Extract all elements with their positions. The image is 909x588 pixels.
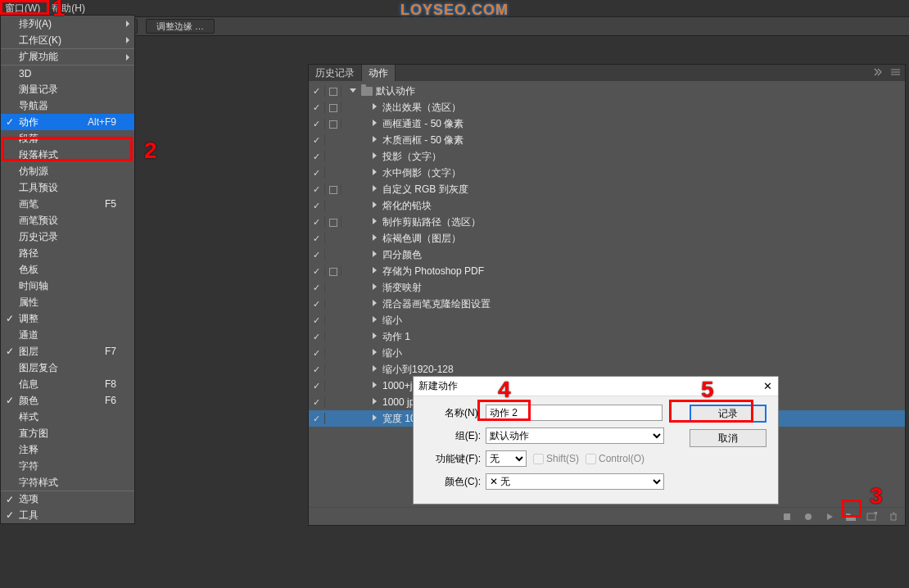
- disclosure-icon[interactable]: [371, 316, 379, 324]
- disclosure-icon[interactable]: [371, 136, 379, 144]
- disclosure-icon[interactable]: [350, 87, 358, 95]
- menu-item[interactable]: 注释: [1, 441, 134, 458]
- stop-icon[interactable]: [780, 510, 794, 523]
- menu-item[interactable]: ✓动作Alt+F9: [1, 114, 134, 130]
- action-row[interactable]: ✓水中倒影（文字）: [309, 165, 905, 181]
- menu-item-label: 3D: [19, 68, 31, 79]
- color-select[interactable]: ✕ 无: [486, 473, 664, 490]
- menu-item[interactable]: 字符样式: [1, 474, 134, 491]
- menu-item[interactable]: 通道: [1, 327, 134, 343]
- action-set-select[interactable]: 默认动作: [486, 427, 664, 444]
- action-row[interactable]: ✓画框通道 - 50 像素: [309, 115, 905, 132]
- disclosure-icon[interactable]: [371, 234, 379, 242]
- menu-item[interactable]: ✓调整: [1, 310, 134, 327]
- action-row[interactable]: ✓棕褐色调（图层）: [309, 230, 905, 247]
- menu-item-label: 仿制源: [19, 165, 48, 179]
- action-row[interactable]: ✓缩小: [309, 345, 905, 361]
- action-row[interactable]: ✓熔化的铅块: [309, 197, 905, 214]
- menu-item-label: 工作区(K): [19, 34, 61, 47]
- tab-actions[interactable]: 动作: [362, 65, 396, 81]
- menu-item-label: 色板: [19, 263, 38, 277]
- menu-item[interactable]: 样式: [1, 409, 134, 425]
- menu-item[interactable]: ✓颜色F6: [1, 392, 134, 409]
- disclosure-icon[interactable]: [371, 382, 379, 390]
- menu-item[interactable]: 属性: [1, 294, 134, 310]
- action-row[interactable]: ✓存储为 Photoshop PDF: [309, 263, 905, 279]
- disclosure-icon[interactable]: [371, 103, 379, 111]
- disclosure-icon[interactable]: [371, 414, 379, 423]
- action-label: 制作剪贴路径（选区）: [382, 215, 481, 229]
- menu-item[interactable]: 测量记录: [1, 81, 134, 97]
- new-action-icon[interactable]: [866, 510, 879, 523]
- menu-item[interactable]: 画笔F5: [1, 196, 134, 212]
- action-row[interactable]: ✓渐变映射: [309, 279, 905, 296]
- cancel-button[interactable]: 取消: [690, 429, 767, 447]
- menu-item-label: 字符样式: [19, 476, 58, 490]
- tab-history[interactable]: 历史记录: [309, 65, 362, 81]
- annotation-number-5: 5: [701, 377, 714, 403]
- action-row[interactable]: ✓四分颜色: [309, 247, 905, 263]
- menu-item[interactable]: 时间轴: [1, 278, 134, 294]
- trash-icon[interactable]: [887, 510, 900, 523]
- disclosure-icon[interactable]: [371, 218, 379, 226]
- menu-item[interactable]: 工作区(K): [1, 32, 134, 48]
- disclosure-icon[interactable]: [371, 283, 379, 292]
- action-row[interactable]: ✓自定义 RGB 到灰度: [309, 181, 905, 197]
- panel-collapse-icon[interactable]: [874, 67, 885, 77]
- action-row[interactable]: ✓缩小: [309, 312, 905, 328]
- action-row[interactable]: ✓淡出效果（选区）: [309, 99, 905, 115]
- disclosure-icon[interactable]: [371, 201, 379, 210]
- menu-item[interactable]: ✓图层F7: [1, 343, 134, 360]
- action-label: 动作 1: [382, 330, 410, 344]
- action-row[interactable]: ✓默认动作: [309, 83, 905, 99]
- disclosure-icon[interactable]: [371, 365, 379, 373]
- action-row[interactable]: ✓缩小到1920-128: [309, 361, 905, 378]
- action-row[interactable]: ✓木质画框 - 50 像素: [309, 132, 905, 148]
- disclosure-icon[interactable]: [371, 398, 379, 406]
- menu-item[interactable]: 字符: [1, 458, 134, 474]
- menu-item[interactable]: 信息F8: [1, 376, 134, 392]
- menu-item[interactable]: 历史记录: [1, 228, 134, 245]
- annotation-box-1: [0, 0, 49, 15]
- menu-item[interactable]: 图层复合: [1, 360, 134, 376]
- menu-item[interactable]: 直方图: [1, 425, 134, 441]
- menu-item-label: 图层: [19, 345, 38, 359]
- annotation-box-5: [669, 400, 753, 423]
- menu-item[interactable]: ✓选项: [1, 491, 134, 507]
- menu-item[interactable]: 工具预设: [1, 179, 134, 196]
- action-row[interactable]: ✓投影（文字）: [309, 148, 905, 165]
- menu-item[interactable]: 路径: [1, 245, 134, 261]
- menu-item-label: 字符: [19, 459, 38, 473]
- disclosure-icon[interactable]: [371, 349, 379, 357]
- disclosure-icon[interactable]: [371, 152, 379, 161]
- menu-item[interactable]: 导航器: [1, 97, 134, 114]
- action-label: 水中倒影（文字）: [382, 166, 461, 180]
- menu-item[interactable]: ✓工具: [1, 507, 134, 523]
- action-row[interactable]: ✓制作剪贴路径（选区）: [309, 214, 905, 230]
- disclosure-icon[interactable]: [371, 332, 379, 341]
- disclosure-icon[interactable]: [371, 120, 379, 128]
- menu-item[interactable]: 仿制源: [1, 163, 134, 179]
- disclosure-icon[interactable]: [371, 185, 379, 193]
- annotation-number-1: 1: [52, 0, 66, 21]
- refine-edge-button[interactable]: 调整边缘 …: [146, 19, 215, 34]
- disclosure-icon[interactable]: [371, 300, 379, 308]
- menu-item[interactable]: 画笔预设: [1, 212, 134, 228]
- dialog-close-button[interactable]: ✕: [760, 378, 775, 393]
- dialog-title-bar[interactable]: 新建动作 ✕: [414, 377, 778, 396]
- panel-menu-icon[interactable]: [890, 67, 902, 77]
- action-row[interactable]: ✓混合器画笔克隆绘图设置: [309, 296, 905, 312]
- menu-item[interactable]: 扩展功能: [1, 48, 134, 65]
- menu-item-label: 路径: [19, 247, 38, 260]
- disclosure-icon[interactable]: [371, 251, 379, 259]
- annotation-number-3: 3: [870, 483, 883, 509]
- menu-item[interactable]: 3D: [1, 65, 134, 81]
- play-icon[interactable]: [823, 510, 836, 523]
- disclosure-icon[interactable]: [371, 267, 379, 275]
- menu-item[interactable]: 色板: [1, 261, 134, 278]
- function-key-select[interactable]: 无: [486, 450, 527, 467]
- color-label: 颜色(C):: [422, 475, 481, 489]
- disclosure-icon[interactable]: [371, 169, 379, 177]
- action-row[interactable]: ✓动作 1: [309, 328, 905, 345]
- record-icon[interactable]: [802, 510, 815, 523]
